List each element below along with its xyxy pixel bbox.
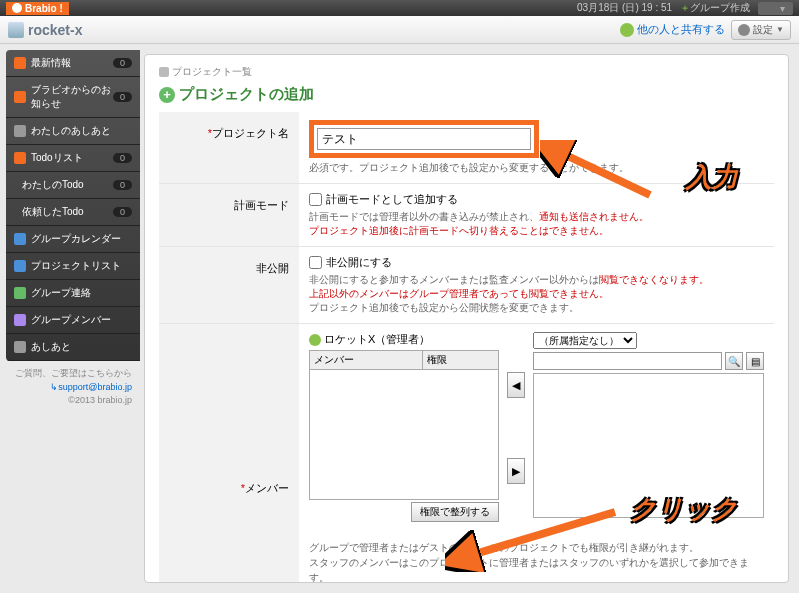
support-mail-link[interactable]: ↳support@brabio.jp <box>50 382 132 392</box>
member-table: メンバー権限 <box>309 350 499 370</box>
sidebar-item-1[interactable]: ブラビオからのお知らせ0 <box>6 77 140 118</box>
folder-icon <box>159 67 169 77</box>
available-member-listbox[interactable] <box>533 373 764 518</box>
sidebar-item-10[interactable]: あしあと <box>6 334 140 361</box>
plan-mode-checkbox[interactable] <box>309 193 322 206</box>
nav-icon <box>14 91 26 103</box>
nav-icon <box>14 287 26 299</box>
sidebar: 最新情報0ブラビオからのお知らせ0わたしのあしあとTodoリスト0わたしのTod… <box>0 44 140 593</box>
nav-icon <box>14 260 26 272</box>
page-title: +プロジェクトの追加 <box>159 85 774 104</box>
sidebar-item-2[interactable]: わたしのあしあと <box>6 118 140 145</box>
list-button[interactable]: ▤ <box>746 352 764 370</box>
move-right-button[interactable]: ▶ <box>507 458 525 484</box>
private-label: 非公開 <box>256 262 289 274</box>
sidebar-item-0[interactable]: 最新情報0 <box>6 50 140 77</box>
member-help: グループで管理者またはゲストの場合、このプロジェクトでも権限が引き継がれます。 … <box>309 540 764 583</box>
share-link[interactable]: 他の人と共有する <box>620 22 725 37</box>
sidebar-item-5[interactable]: 依頼したTodo0 <box>6 199 140 226</box>
sidebar-footer: ご質問、ご要望はこちらから ↳support@brabio.jp ©2013 b… <box>6 361 140 408</box>
private-checkbox[interactable] <box>309 256 322 269</box>
sidebar-item-9[interactable]: グループメンバー <box>6 307 140 334</box>
sub-bar: rocket-x 他の人と共有する 設定▼ <box>0 16 799 44</box>
sidebar-item-7[interactable]: プロジェクトリスト <box>6 253 140 280</box>
top-bar: Brabio ! 03月18日 (日) 19 : 51 ＋グループ作成 ▾ <box>0 0 799 16</box>
sort-by-role-button[interactable]: 権限で整列する <box>411 502 499 522</box>
plan-mode-label: 計画モード <box>234 199 289 211</box>
brand-logo[interactable]: Brabio ! <box>6 2 69 15</box>
admin-row: ロケットX（管理者） <box>309 332 499 347</box>
gear-icon <box>738 24 750 36</box>
project-name-label: プロジェクト名 <box>212 127 289 139</box>
settings-button[interactable]: 設定▼ <box>731 20 791 40</box>
main-panel: プロジェクト一覧 +プロジェクトの追加 *プロジェクト名 必須です。プロジェクト… <box>144 54 789 583</box>
group-create-link[interactable]: ＋グループ作成 <box>680 1 750 15</box>
project-name-help: 必須です。プロジェクト追加後でも設定から変更することができます。 <box>309 161 764 175</box>
nav-icon <box>14 152 26 164</box>
user-icon <box>309 334 321 346</box>
affiliation-select[interactable]: （所属指定なし） <box>533 332 637 349</box>
move-left-button[interactable]: ◀ <box>507 372 525 398</box>
plus-icon: + <box>159 87 175 103</box>
search-button[interactable]: 🔍 <box>725 352 743 370</box>
nav-icon <box>14 57 26 69</box>
user-menu[interactable]: ▾ <box>758 2 793 15</box>
member-listbox[interactable] <box>309 370 499 500</box>
nav-icon <box>14 341 26 353</box>
member-search-input[interactable] <box>533 352 722 370</box>
sidebar-item-3[interactable]: Todoリスト0 <box>6 145 140 172</box>
breadcrumb[interactable]: プロジェクト一覧 <box>159 65 774 79</box>
member-label: メンバー <box>245 482 289 494</box>
nav-icon <box>14 314 26 326</box>
group-icon <box>8 22 24 38</box>
project-name-highlight <box>309 120 539 158</box>
datetime: 03月18日 (日) 19 : 51 <box>577 1 672 15</box>
sidebar-item-6[interactable]: グループカレンダー <box>6 226 140 253</box>
nav-icon <box>14 125 26 137</box>
share-icon <box>620 23 634 37</box>
sidebar-item-4[interactable]: わたしのTodo0 <box>6 172 140 199</box>
group-title[interactable]: rocket-x <box>8 22 82 38</box>
sidebar-item-8[interactable]: グループ連絡 <box>6 280 140 307</box>
project-name-input[interactable] <box>317 128 531 150</box>
nav-icon <box>14 233 26 245</box>
logo-icon <box>12 3 22 13</box>
